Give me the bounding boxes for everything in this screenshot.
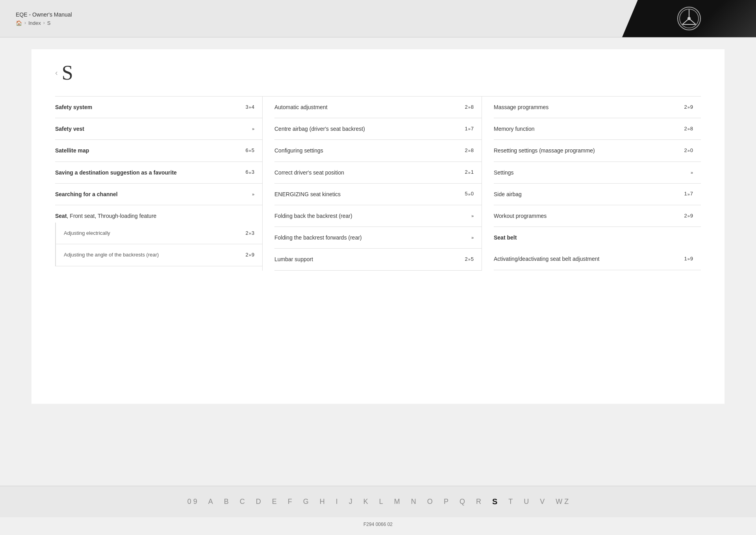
alpha-item-s[interactable]: S: [492, 497, 497, 506]
table-row: Folding back the backrest (rear): [274, 205, 482, 227]
mercedes-logo-area: [622, 0, 756, 37]
page-arrow-icon: [687, 191, 690, 197]
entry-page: 65: [245, 147, 254, 154]
page-arrow-icon: [471, 213, 474, 219]
entry-text: Searching for a channel: [55, 191, 252, 198]
page-arrow-icon: [249, 104, 251, 110]
entry-page: 29: [684, 104, 693, 111]
alpha-item-wz[interactable]: W Z: [556, 498, 569, 506]
table-row: Automatic adjustment 28: [274, 97, 482, 118]
entry-text: ENERGIZING seat kinetics: [274, 191, 465, 198]
table-row: Workout programmes 29: [494, 205, 701, 227]
alpha-item-f[interactable]: F: [288, 498, 292, 506]
alpha-item-g[interactable]: G: [303, 498, 309, 506]
alpha-item-d[interactable]: D: [256, 498, 261, 506]
page-arrow-icon: [468, 191, 471, 197]
page-arrow-icon: [691, 170, 693, 175]
alpha-item-c[interactable]: C: [240, 498, 245, 506]
list-item: Adjusting the angle of the backrests (re…: [56, 244, 262, 266]
alpha-item-i[interactable]: I: [336, 498, 338, 506]
table-row: Correct driver's seat position 21: [274, 162, 482, 184]
table-row: Saving a destination suggestion as a fav…: [55, 162, 262, 184]
alpha-item-n[interactable]: N: [411, 498, 416, 506]
footer-code: F294 0066 02: [0, 522, 756, 527]
header: EQE - Owner's Manual 🏠 › Index › S: [0, 0, 756, 37]
page-arrow-icon: [687, 104, 690, 110]
section-letter: S: [62, 61, 73, 84]
breadcrumb-index[interactable]: Index: [28, 20, 41, 26]
alpha-item-e[interactable]: E: [272, 498, 277, 506]
page-arrow-icon: [252, 191, 254, 197]
table-row: Searching for a channel: [55, 184, 262, 205]
entry-text: Saving a destination suggestion as a fav…: [55, 169, 245, 176]
home-icon[interactable]: 🏠: [16, 20, 22, 26]
alpha-item-u[interactable]: U: [524, 498, 529, 506]
page-arrow-icon: [687, 148, 690, 153]
entry-text: Activating/deactivating seat belt adjust…: [494, 255, 684, 262]
mercedes-star: [677, 7, 701, 30]
alpha-item-09[interactable]: 0 9: [187, 498, 197, 506]
entry-page: 29: [245, 251, 254, 258]
entry-page: 19: [684, 256, 693, 262]
main-content: ‹ S Safety system 34 Safety vest Satelli…: [32, 49, 724, 404]
table-row: ENERGIZING seat kinetics 50: [274, 184, 482, 205]
entry-page: 28: [465, 147, 474, 154]
entry-page: [471, 213, 474, 219]
col-1: Safety system 34 Safety vest Satellite m…: [55, 97, 263, 271]
page-arrow-icon: [468, 148, 471, 153]
entry-page: [252, 126, 254, 132]
table-row: Folding the backrest forwards (rear): [274, 227, 482, 249]
entry-page: 17: [684, 191, 693, 197]
entry-page: 23: [245, 230, 254, 237]
alpha-item-b[interactable]: B: [224, 498, 229, 506]
alpha-item-m[interactable]: M: [394, 498, 400, 506]
entry-page: 25: [465, 256, 474, 263]
alpha-item-a[interactable]: A: [208, 498, 213, 506]
alpha-item-r[interactable]: R: [476, 498, 481, 506]
entry-page: 28: [465, 104, 474, 111]
sub-entry-text: Adjusting the angle of the backrests (re…: [64, 251, 245, 258]
alpha-item-o[interactable]: O: [427, 498, 433, 506]
page-arrow-icon: [249, 230, 251, 236]
entry-page: 20: [684, 147, 693, 154]
alphabet-nav: 0 9 A B C D E F G H I J K L M N O P Q R …: [0, 486, 756, 517]
entry-page: [471, 235, 474, 240]
table-row: Centre airbag (driver's seat backrest) 1…: [274, 118, 482, 140]
alpha-item-p[interactable]: P: [444, 498, 448, 506]
col-3: Massage programmes 29 Memory function 28…: [482, 97, 701, 271]
alpha-item-l[interactable]: L: [379, 498, 383, 506]
entry-text: Lumbar support: [274, 256, 465, 263]
table-row: Activating/deactivating seat belt adjust…: [494, 248, 701, 270]
entry-page: [691, 170, 693, 175]
alpha-item-h[interactable]: H: [320, 498, 325, 506]
entry-text: Safety system: [55, 104, 245, 111]
table-row: Lumbar support 25: [274, 249, 482, 270]
page-arrow-icon: [471, 235, 474, 240]
svg-point-1: [687, 17, 691, 20]
alpha-item-j[interactable]: J: [349, 498, 352, 506]
page-arrow-icon: [468, 104, 471, 110]
section-header: ‹ S: [55, 61, 701, 84]
entry-text: Centre airbag (driver's seat backrest): [274, 125, 465, 132]
page-arrow-icon: [468, 170, 471, 175]
breadcrumb: 🏠 › Index › S: [16, 20, 72, 26]
table-row: Resetting settings (massage programme) 2…: [494, 140, 701, 162]
alpha-item-t[interactable]: T: [508, 498, 513, 506]
prev-section-button[interactable]: ‹: [55, 68, 58, 77]
alpha-item-q[interactable]: Q: [460, 498, 465, 506]
sub-entry-text: Adjusting electrically: [64, 230, 245, 237]
table-row: Safety vest: [55, 118, 262, 140]
entry-text: Correct driver's seat position: [274, 169, 465, 176]
breadcrumb-sep-2: ›: [43, 20, 45, 26]
entry-page: [252, 191, 254, 197]
header-left: EQE - Owner's Manual 🏠 › Index › S: [16, 11, 72, 26]
col-2: Automatic adjustment 28 Centre airbag (d…: [263, 97, 482, 271]
page-arrow-icon: [687, 256, 690, 262]
alpha-item-v[interactable]: V: [540, 498, 545, 506]
page-arrow-icon: [249, 148, 251, 153]
list-item: Adjusting electrically 23: [56, 223, 262, 244]
entry-page: 21: [465, 169, 474, 176]
table-row: Massage programmes 29: [494, 97, 701, 118]
alpha-item-k[interactable]: K: [363, 498, 368, 506]
page-arrow-icon: [468, 126, 471, 132]
